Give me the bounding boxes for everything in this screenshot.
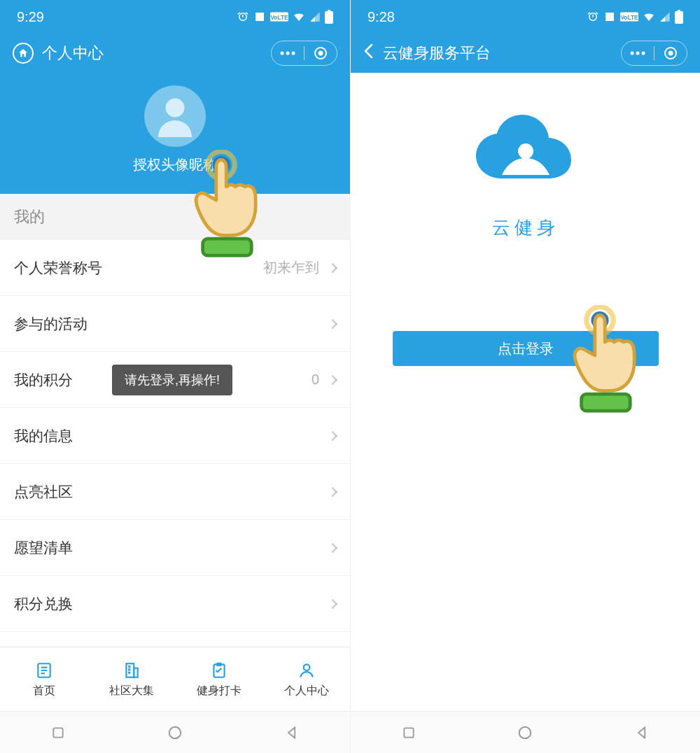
battery-icon <box>325 10 333 24</box>
row-label: 参与的活动 <box>14 314 329 334</box>
svg-text:VoLTE: VoLTE <box>270 14 288 21</box>
status-bar: 9:28 VoLTE <box>351 0 700 34</box>
row-honor-title[interactable]: 个人荣誉称号 初来乍到 <box>0 240 350 296</box>
capsule-menu-button[interactable] <box>622 41 654 65</box>
svg-text:VoLTE: VoLTE <box>620 14 638 21</box>
svg-rect-22 <box>54 728 63 737</box>
svg-point-33 <box>642 52 645 55</box>
svg-point-36 <box>518 143 533 159</box>
cloud-fitness-logo-icon <box>470 112 582 203</box>
svg-rect-30 <box>678 10 680 12</box>
bottom-tab-bar: 首页 社区大集 健身打卡 个人中心 <box>0 647 350 711</box>
chevron-right-icon <box>328 430 337 440</box>
tab-community-market[interactable]: 社区大集 <box>88 647 175 711</box>
capsule-close-button[interactable] <box>304 41 337 65</box>
building-icon <box>121 660 142 681</box>
login-button-label: 点击登录 <box>498 339 554 358</box>
row-my-points[interactable]: 我的积分 请先登录,再操作! 0 <box>0 352 350 408</box>
profile-header: 授权头像昵称 <box>0 73 350 194</box>
my-list: 个人荣誉称号 初来乍到 参与的活动 我的积分 请先登录,再操作! 0 我的信息 … <box>0 240 350 647</box>
system-nav-bar <box>0 711 350 753</box>
row-wish-list[interactable]: 愿望清单 <box>0 520 350 576</box>
alarm-icon <box>237 10 249 23</box>
status-time: 9:28 <box>368 9 395 25</box>
clipboard-icon <box>209 660 230 681</box>
svg-point-6 <box>292 52 295 55</box>
back-icon[interactable] <box>363 43 373 63</box>
status-time: 9:29 <box>17 9 44 25</box>
row-joined-activities[interactable]: 参与的活动 <box>0 296 350 352</box>
row-label: 愿望清单 <box>14 538 329 558</box>
svg-rect-2 <box>325 11 333 24</box>
wifi-icon <box>643 10 655 23</box>
screen-login: 9:28 VoLTE 云健身服务平台 <box>350 0 700 753</box>
svg-rect-29 <box>675 11 683 24</box>
tab-label: 首页 <box>33 684 55 698</box>
svg-rect-3 <box>328 10 330 12</box>
system-nav-bar <box>351 711 700 753</box>
nfc-icon <box>253 10 266 23</box>
avatar[interactable] <box>144 85 206 147</box>
page-title: 云健身服务平台 <box>383 43 621 64</box>
status-bar: 9:29 VoLTE <box>0 0 350 34</box>
screen-personal-center: 9:29 VoLTE 个人中心 授权头 <box>0 0 350 753</box>
tab-fitness-checkin[interactable]: 健身打卡 <box>175 647 262 711</box>
row-light-community[interactable]: 点亮社区 <box>0 464 350 520</box>
row-points-exchange[interactable]: 积分兑换 <box>0 576 350 632</box>
capsule-close-button[interactable] <box>654 41 687 65</box>
title-bar: 个人中心 <box>0 34 350 73</box>
svg-point-21 <box>303 664 309 670</box>
svg-rect-17 <box>128 669 130 670</box>
tab-label: 个人中心 <box>284 684 329 698</box>
volte-icon: VoLTE <box>620 12 638 22</box>
tab-label: 健身打卡 <box>197 684 241 698</box>
person-icon <box>296 660 317 681</box>
chevron-right-icon <box>328 486 337 496</box>
svg-point-8 <box>318 51 323 56</box>
nav-back-button[interactable] <box>271 712 313 753</box>
nav-home-button[interactable] <box>504 712 546 753</box>
chevron-right-icon <box>328 262 337 272</box>
row-my-info[interactable]: 我的信息 <box>0 408 350 464</box>
login-body: 云健身 点击登录 <box>351 73 700 411</box>
row-value: 0 <box>312 372 319 388</box>
sheet-icon <box>34 660 55 681</box>
capsule-menu-button[interactable] <box>272 41 304 65</box>
chevron-right-icon <box>328 598 337 608</box>
row-label: 点亮社区 <box>14 482 329 502</box>
svg-rect-15 <box>134 668 137 677</box>
authorize-nickname-label[interactable]: 授权头像昵称 <box>133 155 217 174</box>
row-label: 积分兑换 <box>14 594 329 614</box>
page-title: 个人中心 <box>42 43 271 64</box>
nav-recents-button[interactable] <box>37 712 79 753</box>
login-button[interactable]: 点击登录 <box>393 331 659 366</box>
svg-rect-18 <box>128 672 130 673</box>
tab-home[interactable]: 首页 <box>0 647 88 711</box>
battery-icon <box>675 10 683 24</box>
chevron-right-icon <box>328 318 337 328</box>
nav-home-button[interactable] <box>154 712 196 753</box>
svg-point-38 <box>519 726 531 738</box>
chevron-right-icon <box>328 542 337 552</box>
signal-icon <box>659 11 671 22</box>
nav-recents-button[interactable] <box>388 712 430 753</box>
home-icon[interactable] <box>13 43 34 64</box>
row-value: 初来乍到 <box>263 258 319 277</box>
svg-point-31 <box>631 52 634 55</box>
chevron-right-icon <box>328 374 337 384</box>
svg-point-35 <box>668 51 673 56</box>
tab-personal-center[interactable]: 个人中心 <box>262 647 350 711</box>
status-icons: VoLTE <box>587 10 683 24</box>
nav-back-button[interactable] <box>621 712 663 753</box>
title-bar: 云健身服务平台 <box>351 34 700 73</box>
row-label: 个人荣誉称号 <box>14 258 263 278</box>
section-header-my: 我的 <box>0 194 350 240</box>
svg-rect-16 <box>128 666 130 668</box>
miniprogram-capsule <box>271 41 337 66</box>
login-required-toast: 请先登录,再操作! <box>112 365 232 395</box>
tab-label: 社区大集 <box>109 684 154 698</box>
volte-icon: VoLTE <box>270 12 288 22</box>
miniprogram-capsule <box>621 41 687 66</box>
svg-point-9 <box>166 99 185 118</box>
svg-point-32 <box>636 52 640 55</box>
